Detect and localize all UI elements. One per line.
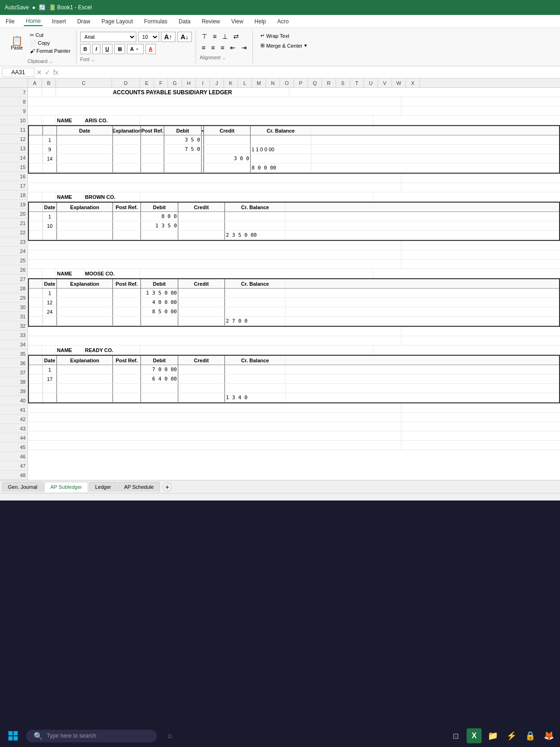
menu-page-layout[interactable]: Page Layout — [99, 17, 134, 26]
col-header-a[interactable]: A — [28, 78, 42, 87]
row-header-27[interactable]: 27 — [0, 275, 28, 284]
row-header-32[interactable]: 32 — [0, 321, 28, 331]
cell-19-rest[interactable] — [140, 192, 373, 201]
cell-28-name-value[interactable]: MOOSE CO. — [84, 269, 140, 278]
brown-r3-debit[interactable] — [141, 231, 178, 240]
brown-r1-balance[interactable] — [225, 212, 286, 221]
col-header-p[interactable]: P — [294, 78, 308, 87]
aris-r2-a[interactable] — [29, 145, 43, 154]
row-header-9[interactable]: 9 — [0, 106, 28, 116]
ready-r1-post[interactable] — [113, 365, 141, 374]
tab-ap-schedule[interactable]: AP Schedule — [118, 482, 160, 492]
col-header-l[interactable]: L — [238, 78, 252, 87]
tab-gen-journal[interactable]: Gen. Journal — [2, 482, 43, 492]
col-header-r[interactable]: R — [322, 78, 336, 87]
aris-h-credit[interactable]: Credit — [204, 126, 251, 135]
aris-r1-explanation[interactable] — [57, 135, 113, 144]
cancel-formula-icon[interactable]: ✕ — [36, 69, 42, 76]
ready-r4-a[interactable] — [29, 393, 43, 402]
moose-r4-credit[interactable] — [178, 317, 225, 325]
row-header-11[interactable]: 11 — [0, 125, 28, 134]
cell-28-b[interactable] — [42, 269, 56, 278]
cell-9-empty[interactable] — [28, 106, 401, 115]
brown-r1-explanation[interactable] — [57, 212, 113, 221]
brown-r3-balance[interactable]: 2 3 5 0 00 — [225, 231, 286, 240]
ready-r2-post[interactable] — [113, 374, 141, 383]
aris-r3-a[interactable] — [29, 154, 43, 163]
brown-h-cr-balance[interactable]: Cr. Balance — [225, 203, 286, 211]
merge-dropdown-icon[interactable]: ▾ — [304, 42, 307, 49]
clipboard-expand-icon[interactable]: ⌵ — [49, 59, 52, 64]
cell-10-name-label[interactable]: NAME — [56, 116, 84, 125]
row-header-45[interactable]: 45 — [0, 443, 28, 452]
ready-r1-debit[interactable]: 7 0 0 00 — [141, 365, 178, 374]
moose-r4-debit[interactable] — [141, 317, 178, 325]
moose-r3-credit[interactable] — [178, 307, 225, 316]
col-header-u[interactable]: U — [364, 78, 378, 87]
moose-r3-a[interactable] — [29, 307, 43, 316]
row-header-34[interactable]: 34 — [0, 340, 28, 349]
moose-r3-debit[interactable]: 8 5 0 00 — [141, 307, 178, 316]
cell-19-name-value[interactable]: BROWN CO. — [84, 192, 140, 201]
border-button[interactable]: ⊞ — [114, 44, 125, 54]
cell-reference-box[interactable]: AA31 — [2, 68, 35, 77]
aris-r3-debit[interactable] — [164, 154, 202, 163]
row-header-29[interactable]: 29 — [0, 293, 28, 303]
row-header-26[interactable]: 26 — [0, 265, 28, 275]
moose-r4-post[interactable] — [113, 317, 141, 325]
row-header-43[interactable]: 43 — [0, 424, 28, 433]
menu-insert[interactable]: Insert — [50, 17, 68, 26]
ready-r1-credit[interactable] — [178, 365, 225, 374]
align-top-button[interactable]: ⊤ — [200, 32, 209, 41]
row-header-35[interactable]: 35 — [0, 349, 28, 359]
moose-r3-balance[interactable] — [225, 307, 286, 316]
indent-increase-button[interactable]: ⇥ — [239, 43, 249, 52]
align-left-button[interactable]: ≡ — [200, 43, 207, 52]
insert-function-label[interactable]: fx — [53, 69, 58, 76]
cut-button[interactable]: ✂ Cut — [28, 32, 72, 39]
row-header-28[interactable]: 28 — [0, 284, 28, 293]
brown-r1-a[interactable] — [29, 212, 43, 221]
menu-review[interactable]: Review — [200, 17, 222, 26]
ready-r2-explanation[interactable] — [57, 374, 113, 383]
aris-r3-post-ref2[interactable] — [141, 154, 164, 163]
brown-h-post-ref[interactable]: Post Ref. — [113, 203, 141, 211]
row-header-15[interactable]: 15 — [0, 162, 28, 172]
lock-taskbar-icon[interactable]: 🔒 — [523, 728, 538, 743]
brown-h-debit[interactable]: Debit — [141, 203, 178, 211]
row-header-23[interactable]: 23 — [0, 237, 28, 247]
row-header-31[interactable]: 31 — [0, 312, 28, 321]
ready-h-cr-balance[interactable]: Cr. Balance — [225, 356, 286, 365]
tab-ledger[interactable]: Ledger — [89, 482, 117, 492]
cell-35[interactable] — [28, 327, 401, 336]
cell-37-a[interactable] — [28, 345, 42, 354]
cell-19-b[interactable] — [42, 192, 56, 201]
align-bottom-button[interactable]: ⊥ — [220, 32, 230, 41]
moose-h-a[interactable] — [29, 279, 43, 288]
ready-r3-debit[interactable] — [141, 384, 178, 393]
cell-10-rest[interactable] — [140, 116, 373, 125]
brown-r1-debit[interactable]: 8 0 0 — [141, 212, 178, 221]
aris-r4-date[interactable] — [43, 163, 57, 172]
ready-r2-credit[interactable] — [178, 374, 225, 383]
aris-r4-credit[interactable] — [204, 163, 251, 172]
brown-r2-balance[interactable] — [225, 221, 286, 230]
ready-r2-balance[interactable] — [225, 374, 286, 383]
row-header-33[interactable]: 33 — [0, 331, 28, 340]
ready-h-post-ref[interactable]: Post Ref. — [113, 356, 141, 365]
moose-h-credit[interactable]: Credit — [178, 279, 225, 288]
aris-r2-post-ref2[interactable] — [141, 145, 164, 154]
cell-48[interactable] — [28, 441, 401, 450]
cell-8-empty[interactable] — [28, 97, 401, 106]
aris-r2-debit[interactable]: 7 5 0 — [164, 145, 202, 154]
col-header-h[interactable]: H — [182, 78, 196, 87]
col-header-n[interactable]: N — [266, 78, 280, 87]
cell-10-b[interactable] — [42, 116, 56, 125]
ready-r3-credit[interactable] — [178, 384, 225, 393]
col-header-q[interactable]: Q — [308, 78, 322, 87]
row-header-21[interactable]: 21 — [0, 218, 28, 228]
format-painter-button[interactable]: 🖌 Format Painter — [28, 48, 72, 54]
ready-r3-explanation[interactable] — [57, 384, 113, 393]
col-header-t[interactable]: T — [350, 78, 364, 87]
col-header-d[interactable]: D — [112, 78, 140, 87]
